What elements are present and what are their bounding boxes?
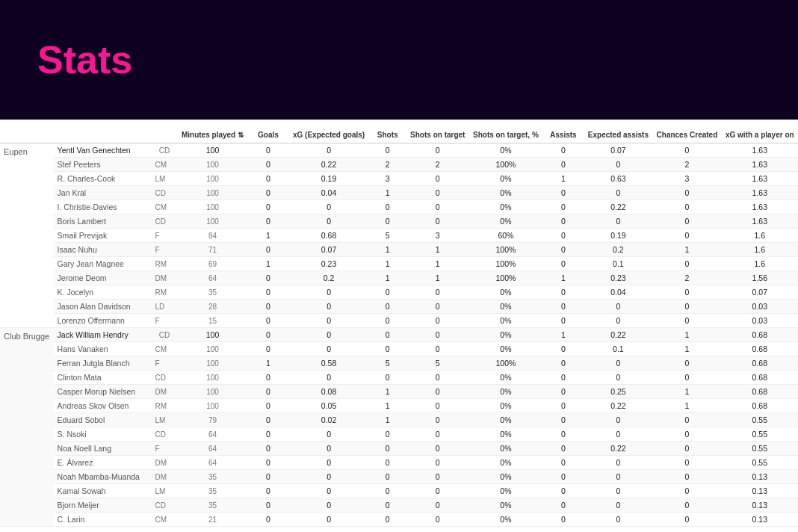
minutes-played: 15 — [178, 314, 248, 328]
xg: 0 — [289, 456, 369, 470]
xg: 0.2 — [289, 271, 369, 285]
xg-player-on: 1.6 — [722, 229, 798, 243]
goals: 0 — [247, 214, 288, 229]
expected-assists: 0 — [584, 413, 653, 427]
xg-player-on: 0.03 — [722, 300, 798, 314]
expected-assists: 0 — [584, 214, 653, 229]
shots: 1 — [368, 186, 406, 200]
shots-on-target: 0 — [406, 300, 469, 314]
table-row: Bjorn MeijerCD3500000%0000.13 — [0, 498, 798, 513]
shots: 0 — [368, 342, 406, 356]
player-position: CM — [151, 200, 177, 214]
assists: 0 — [542, 470, 584, 484]
shots-on-target: 0 — [406, 200, 469, 214]
expected-assists: 0.23 — [584, 271, 653, 285]
goals: 0 — [247, 385, 288, 399]
xg-player-on: 0.68 — [722, 342, 798, 356]
group-label: Club Brugge — [0, 328, 54, 527]
shots-on-target-pct: 100% — [469, 356, 542, 371]
assists: 0 — [542, 399, 584, 413]
player-name: Stef Peeters — [54, 158, 152, 172]
shots-on-target: 0 — [406, 143, 469, 158]
goals: 0 — [247, 314, 288, 328]
xg: 0 — [289, 300, 369, 314]
shots-on-target-pct: 0% — [469, 442, 542, 456]
goals: 0 — [247, 143, 288, 158]
col-shots-on-target: Shots on target — [406, 127, 469, 143]
col-group — [0, 127, 54, 143]
player-position: RM — [151, 285, 177, 300]
player-name: R. Charles-Cook — [54, 172, 152, 186]
player-name: C. Larin — [54, 513, 152, 527]
player-position: F — [151, 243, 177, 257]
col-xg: xG (Expected goals) — [289, 127, 369, 143]
assists: 0 — [542, 214, 584, 229]
chances-created: 0 — [652, 513, 721, 527]
expected-assists: 0.1 — [584, 257, 653, 271]
xg: 0.58 — [289, 356, 369, 371]
shots-on-target-pct: 0% — [469, 427, 542, 442]
minutes-played: 71 — [178, 243, 248, 257]
minutes-played: 100 — [178, 385, 248, 399]
goals: 0 — [247, 413, 288, 427]
xg: 0 — [289, 498, 369, 513]
table-row: I. Christie-DaviesCM10000000%00.2201.63 — [0, 200, 798, 214]
chances-created: 0 — [652, 456, 721, 470]
xg: 0 — [289, 484, 369, 498]
minutes-played: 100 — [178, 328, 248, 342]
col-minutes[interactable]: Minutes played ⇅ — [178, 127, 248, 143]
table-row: Isaac NuhuF7100.0711100%00.211.6 — [0, 243, 798, 257]
player-name: Yentl Van Genechten — [54, 143, 152, 158]
player-position: DM — [151, 385, 177, 399]
assists: 0 — [542, 427, 584, 442]
expected-assists: 0 — [584, 300, 653, 314]
player-position: LM — [151, 172, 177, 186]
shots: 0 — [368, 513, 406, 527]
shots-on-target-pct: 60% — [469, 229, 542, 243]
expected-assists: 0.63 — [584, 172, 653, 186]
player-position: CM — [151, 513, 177, 527]
assists: 0 — [542, 300, 584, 314]
table-row: Jason Alan DavidsonLD2800000%0000.03 — [0, 300, 798, 314]
shots-on-target-pct: 100% — [469, 158, 542, 172]
shots-on-target-pct: 0% — [469, 470, 542, 484]
xg-player-on: 1.6 — [722, 257, 798, 271]
chances-created: 0 — [652, 371, 721, 385]
xg: 0 — [289, 214, 369, 229]
goals: 0 — [247, 328, 288, 342]
player-name: Jason Alan Davidson — [54, 300, 152, 314]
minutes-played: 100 — [178, 371, 248, 385]
shots-on-target: 0 — [406, 470, 469, 484]
minutes-played: 100 — [178, 158, 248, 172]
player-name: Isaac Nuhu — [54, 243, 152, 257]
page-title: Stats — [37, 37, 132, 82]
assists: 1 — [542, 172, 584, 186]
shots-on-target-pct: 0% — [469, 285, 542, 300]
minutes-played: 64 — [178, 442, 248, 456]
xg-player-on: 0.68 — [722, 385, 798, 399]
goals: 0 — [247, 513, 288, 527]
shots: 1 — [368, 271, 406, 285]
chances-created: 0 — [652, 143, 721, 158]
expected-assists: 0 — [584, 356, 653, 371]
shots-on-target: 0 — [406, 498, 469, 513]
expected-assists: 0 — [584, 158, 653, 172]
shots: 3 — [368, 172, 406, 186]
minutes-played: 35 — [178, 470, 248, 484]
assists: 0 — [542, 498, 584, 513]
goals: 0 — [247, 285, 288, 300]
goals: 0 — [247, 498, 288, 513]
table-row: Noa Noell LangF6400000%00.2200.55 — [0, 442, 798, 456]
xg: 0.23 — [289, 257, 369, 271]
xg-player-on: 0.03 — [722, 314, 798, 328]
chances-created: 0 — [652, 427, 721, 442]
xg-player-on: 0.55 — [722, 413, 798, 427]
header: Stats — [0, 0, 798, 120]
minutes-played: 100 — [178, 186, 248, 200]
assists: 1 — [542, 271, 584, 285]
minutes-played: 100 — [178, 356, 248, 371]
goals: 0 — [247, 172, 288, 186]
minutes-played: 100 — [178, 172, 248, 186]
assists: 0 — [542, 456, 584, 470]
assists: 0 — [542, 371, 584, 385]
